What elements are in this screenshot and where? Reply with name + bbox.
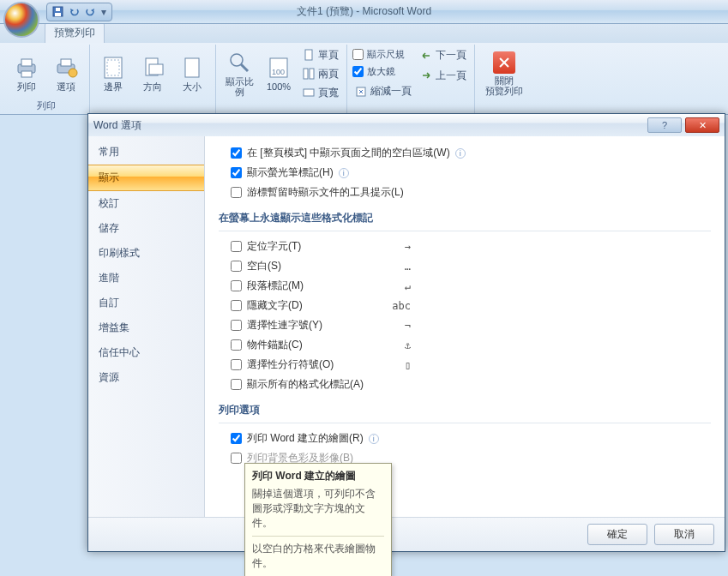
opt-symbol: abc [392,300,411,312]
print-opt-0[interactable]: 列印 Word 建立的繪圖(R)i [219,429,711,448]
fmt-opt-5[interactable]: 物件錨點(C)⚓ [219,335,711,355]
zoom-100-button[interactable]: 100 100% [261,46,297,101]
window-title: 文件1 (預覽) - Microsoft Word [297,4,431,19]
save-icon[interactable] [52,6,63,17]
svg-point-8 [69,69,77,77]
orientation-button[interactable]: 方向 [135,46,171,101]
fmt-opt-3[interactable]: 隱藏文字(D)abc [219,296,711,315]
printer-icon [15,56,39,80]
dialog-main: 在 [整頁模式] 中顯示頁面之間的空白區域(W)i 顯示螢光筆標記(H)i 游標… [205,136,725,517]
fmt-opt-2[interactable]: 段落標記(M)↵ [219,276,711,296]
prev-page-button[interactable]: 上一頁 [418,68,469,84]
fmt-opt-0[interactable]: 定位字元(T)→ [219,237,711,256]
svg-rect-4 [21,59,32,66]
redo-icon[interactable] [85,6,96,17]
one-page-button[interactable]: 單頁 [300,47,341,63]
magnifier-checkbox[interactable]: 放大鏡 [352,65,414,78]
svg-rect-13 [185,58,199,77]
svg-rect-19 [304,69,308,79]
ok-button[interactable]: 確定 [587,524,647,545]
next-page-button[interactable]: 下一頁 [418,47,469,63]
prev-page-label: 上一頁 [436,69,466,83]
ribbon-group-print: 列印 選項 列印 [3,45,90,114]
ribbon-tab-print-preview[interactable]: 預覽列印 [45,22,105,43]
fmt-opt-6[interactable]: 選擇性分行符號(O)▯ [219,355,711,375]
dialog-titlebar: Word 選項 ? ✕ [88,114,725,136]
fmt-opt-1[interactable]: 空白(S)… [219,256,711,276]
margins-button[interactable]: 邊界 [95,46,131,101]
size-button[interactable]: 大小 [174,46,210,101]
qat-dropdown-icon[interactable]: ▾ [101,6,106,18]
svg-rect-18 [305,50,312,60]
two-page-label: 兩頁 [318,67,339,81]
svg-rect-5 [21,71,32,77]
cancel-button[interactable]: 取消 [654,524,714,545]
show-ruler-checkbox[interactable]: 顯示尺規 [352,48,414,61]
sidebar-item-5[interactable]: 進階 [88,266,204,291]
tooltip-title: 列印 Word 建立的繪圖 [252,469,384,483]
fmt-opt-4[interactable]: 選擇性連字號(Y)¬ [219,315,711,335]
zoom-label: 顯示比例 [223,76,256,97]
tooltip-sub: 以空白的方格來代表繪圖物件。 [252,542,384,571]
info-icon[interactable]: i [339,168,349,178]
print-options-button[interactable]: 選項 [48,46,84,101]
show-ruler-label: 顯示尺規 [367,48,405,61]
sidebar-item-4[interactable]: 印刷樣式 [88,241,204,266]
opt-label: 顯示所有的格式化標記(A) [247,377,364,392]
two-page-button[interactable]: 兩頁 [300,66,341,82]
close-label2: 預覽列印 [485,86,523,96]
office-button[interactable] [3,2,39,38]
word-options-dialog: Word 選項 ? ✕ 常用顯示校訂儲存印刷樣式進階自訂增益集信任中心資源 在 … [87,113,725,552]
sidebar-item-2[interactable]: 校訂 [88,191,204,216]
sidebar-item-3[interactable]: 儲存 [88,216,204,241]
shrink-label: 縮減一頁 [370,84,412,99]
opt-tooltips[interactable]: 游標暫留時顯示文件的工具提示(L) [219,183,711,202]
svg-line-15 [241,64,248,71]
ribbon-group-pagesetup: 邊界 方向 大小 [90,45,216,114]
print-button[interactable]: 列印 [9,46,45,101]
opt-highlighter[interactable]: 顯示螢光筆標記(H)i [219,163,711,183]
sidebar-item-1[interactable]: 顯示 [88,165,204,191]
fmt-opt-7[interactable]: 顯示所有的格式化標記(A) [219,375,711,394]
sidebar-item-6[interactable]: 自訂 [88,291,204,315]
ribbon-tab-row: 預覽列印 [0,24,728,43]
opt-label: 游標暫留時顯示文件的工具提示(L) [247,185,404,200]
dialog-close-button[interactable]: ✕ [685,117,719,133]
print-label: 列印 [17,81,36,92]
shrink-page-button[interactable]: 縮減一頁 [352,83,414,99]
ribbon: 列印 選項 列印 邊界 方向 大小 [0,43,728,115]
close-preview-button[interactable]: 關閉預覽列印 [480,46,528,101]
opt-label: 選擇性連字號(Y) [247,318,322,333]
opt-symbol: … [405,261,411,273]
sidebar-item-7[interactable]: 增益集 [88,315,204,340]
opt-show-whitespace[interactable]: 在 [整頁模式] 中顯示頁面之間的空白區域(W)i [219,143,711,163]
svg-rect-20 [310,69,314,79]
zoom-button[interactable]: 顯示比例 [221,46,257,101]
margins-icon [101,56,125,80]
info-icon[interactable]: i [455,148,466,159]
close-label1: 關閉 [495,75,514,86]
sidebar-item-0[interactable]: 常用 [88,140,204,165]
opt-label: 隱藏文字(D) [247,298,303,313]
sidebar-item-9[interactable]: 資源 [88,365,204,390]
info-icon[interactable]: i [369,434,379,444]
orientation-label: 方向 [143,81,162,92]
undo-icon[interactable] [69,6,80,17]
page-width-button[interactable]: 頁寬 [300,85,341,101]
section-formatting-marks: 在螢幕上永遠顯示這些格式化標記 [219,202,711,231]
svg-rect-1 [55,13,61,16]
section-print-options: 列印選項 [219,394,711,423]
opt-symbol: ↵ [405,280,411,292]
opt-symbol: ¬ [405,320,411,332]
opt-label: 空白(S) [247,259,281,273]
page-width-label: 頁寬 [318,86,339,100]
dialog-help-button[interactable]: ? [647,117,682,133]
tooltip-body: 關掉這個選項，可列印不含圖形或浮動文字方塊的文件。 [252,487,384,531]
close-icon [493,51,515,74]
quick-access-toolbar: ▾ [46,3,112,21]
one-page-icon [303,49,315,61]
sidebar-item-8[interactable]: 信任中心 [88,340,204,365]
next-page-icon [420,50,432,62]
size-label: 大小 [183,81,202,92]
one-page-label: 單頁 [318,48,339,63]
